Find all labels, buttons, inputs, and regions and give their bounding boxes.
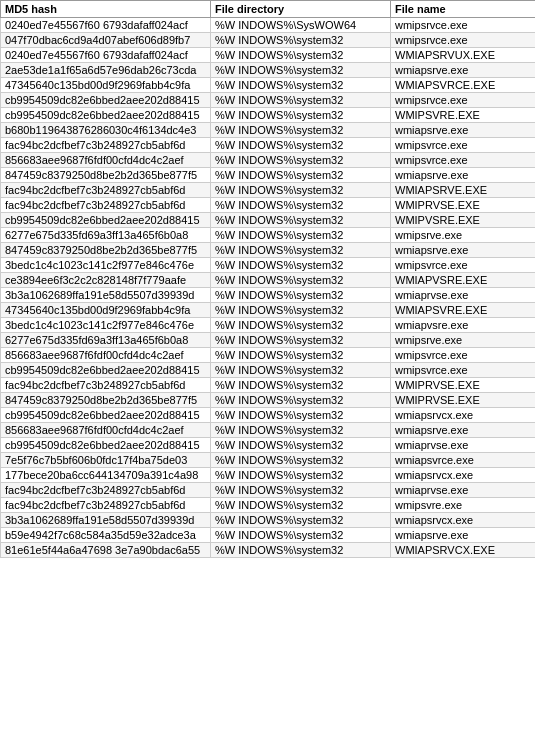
md5-cell: 0240ed7e45567f60 6793dafaff024acf	[1, 48, 211, 63]
table-row: fac94bc2dcfbef7c3b248927cb5abf6d%W INDOW…	[1, 483, 536, 498]
filename-cell: WMIAPSVRE.EXE	[391, 303, 536, 318]
header-directory: File directory	[211, 1, 391, 18]
md5-cell: 856683aee9687f6fdf00cfd4dc4c2aef	[1, 153, 211, 168]
md5-cell: 3bedc1c4c1023c141c2f977e846c476e	[1, 258, 211, 273]
md5-cell: 2ae53de1a1f65a6d57e96dab26c73cda	[1, 63, 211, 78]
filename-cell: wmipsvrce.exe	[391, 258, 536, 273]
filename-cell: WMIAPSRVCX.EXE	[391, 543, 536, 558]
directory-cell: %W INDOWS%\system32	[211, 288, 391, 303]
md5-cell: 3b3a1062689ffa191e58d5507d39939d	[1, 513, 211, 528]
md5-cell: b680b119643876286030c4f6134dc4e3	[1, 123, 211, 138]
table-row: 6277e675d335fd69a3ff13a465f6b0a8%W INDOW…	[1, 333, 536, 348]
md5-cell: 47345640c135bd00d9f2969fabb4c9fa	[1, 303, 211, 318]
directory-cell: %W INDOWS%\system32	[211, 78, 391, 93]
directory-cell: %W INDOWS%\system32	[211, 108, 391, 123]
filename-cell: wmipsrve.exe	[391, 228, 536, 243]
filename-cell: wmipsvrce.exe	[391, 348, 536, 363]
header-filename: File name	[391, 1, 536, 18]
directory-cell: %W INDOWS%\system32	[211, 273, 391, 288]
directory-cell: %W INDOWS%\system32	[211, 423, 391, 438]
filename-cell: wmiapsvrce.exe	[391, 453, 536, 468]
directory-cell: %W INDOWS%\system32	[211, 528, 391, 543]
table-row: 847459c8379250d8be2b2d365be877f5%W INDOW…	[1, 168, 536, 183]
filename-cell: wmipsrvce.exe	[391, 33, 536, 48]
directory-cell: %W INDOWS%\system32	[211, 438, 391, 453]
md5-cell: cb9954509dc82e6bbed2aee202d88415	[1, 93, 211, 108]
filename-cell: wmiaprvse.exe	[391, 438, 536, 453]
table-row: 0240ed7e45567f60 6793dafaff024acf%W INDO…	[1, 18, 536, 33]
directory-cell: %W INDOWS%\system32	[211, 363, 391, 378]
table-row: 856683aee9687f6fdf00cfd4dc4c2aef%W INDOW…	[1, 348, 536, 363]
directory-cell: %W INDOWS%\system32	[211, 348, 391, 363]
table-row: 6277e675d335fd69a3ff13a465f6b0a8%W INDOW…	[1, 228, 536, 243]
directory-cell: %W INDOWS%\system32	[211, 138, 391, 153]
directory-cell: %W INDOWS%\system32	[211, 63, 391, 78]
md5-cell: cb9954509dc82e6bbed2aee202d88415	[1, 363, 211, 378]
table-row: fac94bc2dcfbef7c3b248927cb5abf6d%W INDOW…	[1, 498, 536, 513]
table-row: fac94bc2dcfbef7c3b248927cb5abf6d%W INDOW…	[1, 378, 536, 393]
table-row: 847459c8379250d8be2b2d365be877f5%W INDOW…	[1, 393, 536, 408]
directory-cell: %W INDOWS%\system32	[211, 168, 391, 183]
directory-cell: %W INDOWS%\system32	[211, 333, 391, 348]
directory-cell: %W INDOWS%\system32	[211, 123, 391, 138]
filename-cell: WMIAPSRVUX.EXE	[391, 48, 536, 63]
md5-cell: 0240ed7e45567f60 6793dafaff024acf	[1, 18, 211, 33]
filename-cell: wmipsvrce.exe	[391, 153, 536, 168]
directory-cell: %W INDOWS%\system32	[211, 153, 391, 168]
directory-cell: %W INDOWS%\system32	[211, 258, 391, 273]
table-row: b59e4942f7c68c584a35d59e32adce3a%W INDOW…	[1, 528, 536, 543]
filename-cell: wmiapsrvcx.exe	[391, 513, 536, 528]
filename-cell: WMIAPSVRCE.EXE	[391, 78, 536, 93]
table-row: 856683aee9687f6fdf00cfd4dc4c2aef%W INDOW…	[1, 153, 536, 168]
filename-cell: wmiapsrve.exe	[391, 528, 536, 543]
filename-cell: wmipsrvce.exe	[391, 93, 536, 108]
directory-cell: %W INDOWS%\system32	[211, 33, 391, 48]
table-row: 3bedc1c4c1023c141c2f977e846c476e%W INDOW…	[1, 258, 536, 273]
filename-cell: wmipsrve.exe	[391, 333, 536, 348]
table-row: 3b3a1062689ffa191e58d5507d39939d%W INDOW…	[1, 513, 536, 528]
filename-cell: WMIAPVSRE.EXE	[391, 273, 536, 288]
directory-cell: %W INDOWS%\system32	[211, 543, 391, 558]
directory-cell: %W INDOWS%\system32	[211, 213, 391, 228]
table-row: cb9954509dc82e6bbed2aee202d88415%W INDOW…	[1, 213, 536, 228]
md5-cell: 47345640c135bd00d9f2969fabb4c9fa	[1, 78, 211, 93]
table-row: ce3894ee6f3c2c2c828148f7f779aafe%W INDOW…	[1, 273, 536, 288]
md5-cell: fac94bc2dcfbef7c3b248927cb5abf6d	[1, 198, 211, 213]
table-row: 2ae53de1a1f65a6d57e96dab26c73cda%W INDOW…	[1, 63, 536, 78]
filename-cell: wmipsvrce.exe	[391, 138, 536, 153]
table-row: cb9954509dc82e6bbed2aee202d88415%W INDOW…	[1, 93, 536, 108]
directory-cell: %W INDOWS%\system32	[211, 198, 391, 213]
filename-cell: wmiapsrve.exe	[391, 63, 536, 78]
filename-cell: wmiapsrve.exe	[391, 423, 536, 438]
directory-cell: %W INDOWS%\system32	[211, 483, 391, 498]
directory-cell: %W INDOWS%\system32	[211, 93, 391, 108]
md5-cell: cb9954509dc82e6bbed2aee202d88415	[1, 213, 211, 228]
directory-cell: %W INDOWS%\system32	[211, 183, 391, 198]
md5-cell: fac94bc2dcfbef7c3b248927cb5abf6d	[1, 483, 211, 498]
md5-cell: 6277e675d335fd69a3ff13a465f6b0a8	[1, 333, 211, 348]
md5-cell: cb9954509dc82e6bbed2aee202d88415	[1, 108, 211, 123]
directory-cell: %W INDOWS%\system32	[211, 498, 391, 513]
filename-cell: wmipsvrce.exe	[391, 363, 536, 378]
table-row: 047f70dbac6cd9a4d07abef606d89fb7%W INDOW…	[1, 33, 536, 48]
md5-cell: 847459c8379250d8be2b2d365be877f5	[1, 243, 211, 258]
md5-cell: cb9954509dc82e6bbed2aee202d88415	[1, 408, 211, 423]
md5-cell: ce3894ee6f3c2c2c828148f7f779aafe	[1, 273, 211, 288]
md5-cell: fac94bc2dcfbef7c3b248927cb5abf6d	[1, 138, 211, 153]
header-md5: MD5 hash	[1, 1, 211, 18]
table-row: 3b3a1062689ffa191e58d5507d39939d%W INDOW…	[1, 288, 536, 303]
table-row: cb9954509dc82e6bbed2aee202d88415%W INDOW…	[1, 363, 536, 378]
table-row: b680b119643876286030c4f6134dc4e3%W INDOW…	[1, 123, 536, 138]
table-row: fac94bc2dcfbef7c3b248927cb5abf6d%W INDOW…	[1, 138, 536, 153]
directory-cell: %W INDOWS%\system32	[211, 48, 391, 63]
md5-cell: fac94bc2dcfbef7c3b248927cb5abf6d	[1, 378, 211, 393]
md5-cell: 7e5f76c7b5bf606b0fdc17f4ba75de03	[1, 453, 211, 468]
table-row: 856683aee9687f6fdf00cfd4dc4c2aef%W INDOW…	[1, 423, 536, 438]
md5-cell: 177bece20ba6cc644134709a391c4a98	[1, 468, 211, 483]
md5-cell: 856683aee9687f6fdf00cfd4dc4c2aef	[1, 423, 211, 438]
table-row: 847459c8379250d8be2b2d365be877f5%W INDOW…	[1, 243, 536, 258]
table-row: 81e61e5f44a6a47698 3e7a90bdac6a55%W INDO…	[1, 543, 536, 558]
filename-cell: wmiaprvse.exe	[391, 288, 536, 303]
md5-cell: fac94bc2dcfbef7c3b248927cb5abf6d	[1, 183, 211, 198]
directory-cell: %W INDOWS%\SysWOW64	[211, 18, 391, 33]
